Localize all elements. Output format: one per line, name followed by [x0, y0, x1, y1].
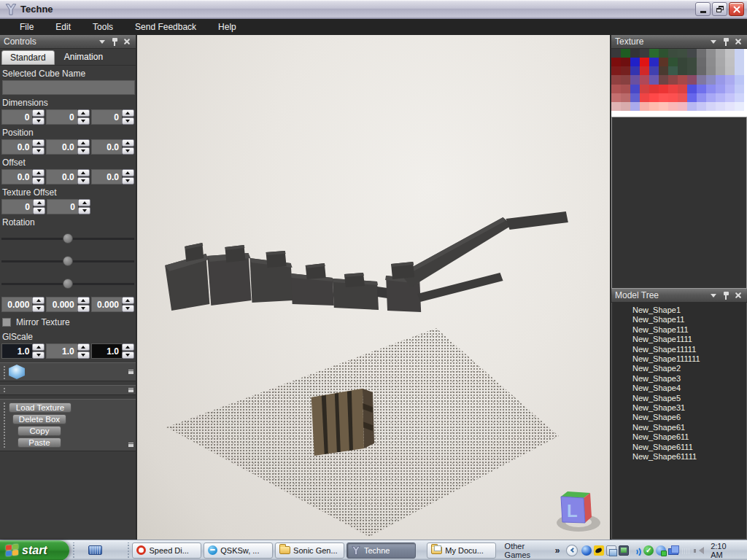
- position-x-spinner[interactable]: 0.0: [1, 139, 44, 155]
- rotation-slider-z[interactable]: [1, 279, 134, 289]
- thunderbird-tray-icon[interactable]: [581, 545, 592, 556]
- spin-down-button[interactable]: [122, 147, 134, 155]
- toolbar-overflow-button[interactable]: [128, 443, 133, 447]
- spinner-value[interactable]: 0.0: [91, 169, 122, 184]
- taskbar-task-techne[interactable]: Techne: [347, 542, 416, 559]
- spinner-value[interactable]: 0.0: [46, 169, 77, 184]
- glscale-z-spinner[interactable]: 1.0: [91, 343, 134, 359]
- panel-close-button[interactable]: [733, 36, 743, 47]
- panel-pin-button[interactable]: [721, 36, 731, 47]
- offset-z-spinner[interactable]: 0.0: [91, 169, 134, 184]
- taskbar-task-qsksw[interactable]: QSKSw, ...: [204, 542, 273, 559]
- menu-edit[interactable]: Edit: [44, 19, 82, 35]
- restore-button[interactable]: [712, 2, 727, 16]
- tree-item[interactable]: New_Shape2: [612, 364, 746, 373]
- spin-up-button[interactable]: [33, 199, 45, 206]
- offset-x-spinner[interactable]: 0.0: [1, 169, 44, 184]
- texture-offset-x-spinner[interactable]: 0: [1, 199, 45, 214]
- spin-up-button[interactable]: [78, 199, 90, 206]
- spinner-value[interactable]: 0.0: [1, 169, 32, 184]
- spinner-value[interactable]: 0.0: [1, 139, 32, 155]
- taskbar-separator-handle[interactable]: [126, 542, 129, 559]
- toolbar-grip-handle[interactable]: [2, 386, 5, 394]
- selected-cube-name-input[interactable]: [2, 80, 135, 95]
- paste-button[interactable]: Paste: [18, 438, 61, 448]
- spin-down-button[interactable]: [77, 177, 90, 184]
- panel-menu-button[interactable]: [97, 36, 107, 47]
- spin-up-button[interactable]: [122, 343, 134, 351]
- spin-up-button[interactable]: [122, 169, 134, 176]
- spin-up-button[interactable]: [32, 343, 44, 351]
- taskbar-task-speed-dial[interactable]: Speed Di...: [132, 542, 201, 559]
- orientation-gizmo[interactable]: L: [553, 489, 604, 532]
- menu-tools[interactable]: Tools: [82, 19, 124, 35]
- load-texture-button[interactable]: Load Texture: [9, 402, 71, 413]
- toolbar-grip-handle[interactable]: [2, 365, 5, 379]
- spin-down-button[interactable]: [77, 351, 90, 359]
- spinner-value[interactable]: 0.0: [46, 139, 77, 155]
- tree-item[interactable]: New_Shape1111: [612, 335, 746, 344]
- messenger-lock-tray-icon[interactable]: [656, 545, 666, 556]
- tree-item[interactable]: New_Shape611: [612, 432, 746, 442]
- close-button[interactable]: [729, 2, 744, 16]
- spin-down-button[interactable]: [77, 305, 90, 312]
- slider-thumb[interactable]: [63, 233, 73, 244]
- panel-menu-button[interactable]: [708, 290, 719, 300]
- dimensions-x-spinner[interactable]: 0: [1, 109, 44, 125]
- tree-item[interactable]: New_Shape111111: [612, 354, 746, 364]
- toolbar-overflow-chevron[interactable]: »: [555, 545, 565, 556]
- spin-up-button[interactable]: [77, 109, 90, 117]
- tree-item[interactable]: New_Shape6111: [612, 443, 746, 452]
- delete-box-button[interactable]: Delete Box: [12, 414, 66, 424]
- tree-item[interactable]: New_Shape5: [612, 394, 746, 403]
- start-button[interactable]: start: [0, 540, 69, 560]
- position-z-spinner[interactable]: 0.0: [91, 139, 134, 155]
- panel-menu-button[interactable]: [708, 36, 719, 47]
- network-tray-icon[interactable]: [668, 548, 678, 555]
- volume-tray-icon[interactable]: [693, 545, 703, 556]
- spinner-value[interactable]: 1.0: [46, 343, 77, 359]
- other-games-toolbar-label[interactable]: Other Games: [498, 542, 555, 559]
- spinner-value[interactable]: 0: [46, 109, 77, 125]
- spin-up-button[interactable]: [32, 109, 44, 117]
- spinner-value[interactable]: 0.000: [91, 297, 122, 312]
- texture-canvas[interactable]: [611, 49, 747, 117]
- spin-down-button[interactable]: [33, 207, 45, 214]
- bird-app-tray-icon[interactable]: [594, 545, 604, 556]
- spin-up-button[interactable]: [32, 297, 44, 304]
- rotation-x-spinner[interactable]: 0.000: [1, 297, 44, 312]
- toolbar-grip-handle[interactable]: [2, 401, 5, 449]
- spin-up-button[interactable]: [77, 297, 90, 304]
- remote-desktop-tray-icon[interactable]: [619, 545, 629, 556]
- tree-item[interactable]: New_Shape11: [612, 315, 746, 324]
- tab-animation[interactable]: Animation: [56, 50, 111, 65]
- tree-item[interactable]: New_Shape111: [612, 325, 746, 335]
- spin-up-button[interactable]: [122, 139, 134, 147]
- spin-up-button[interactable]: [77, 139, 90, 147]
- on-screen-keyboard-icon[interactable]: [88, 545, 102, 555]
- glscale-x-spinner[interactable]: 1.0: [1, 343, 44, 359]
- tree-item[interactable]: New_Shape1: [612, 306, 746, 315]
- slider-thumb[interactable]: [63, 256, 73, 266]
- spin-down-button[interactable]: [32, 305, 44, 312]
- toolbar-overflow-button[interactable]: [128, 370, 133, 374]
- copy-button[interactable]: Copy: [18, 426, 61, 436]
- spin-down-button[interactable]: [32, 147, 44, 155]
- menu-send-feedback[interactable]: Send Feedback: [124, 19, 207, 35]
- antivirus-check-tray-icon[interactable]: [643, 545, 654, 556]
- dimensions-z-spinner[interactable]: 0: [91, 109, 134, 125]
- spin-up-button[interactable]: [77, 169, 90, 176]
- spin-up-button[interactable]: [32, 139, 44, 147]
- spin-down-button[interactable]: [78, 207, 90, 214]
- spin-down-button[interactable]: [122, 305, 134, 312]
- taskbar-task-sonic-gen[interactable]: Sonic Gen...: [275, 542, 344, 559]
- spinner-value[interactable]: 1.0: [1, 343, 32, 359]
- spin-down-button[interactable]: [77, 147, 90, 155]
- spinner-value[interactable]: 0.000: [1, 297, 32, 312]
- slider-thumb[interactable]: [63, 279, 73, 289]
- tree-item[interactable]: New_Shape31: [612, 403, 746, 413]
- spinner-value[interactable]: 0: [1, 109, 32, 125]
- viewport-3d[interactable]: L: [137, 35, 610, 540]
- title-bar[interactable]: Techne: [0, 0, 747, 19]
- spin-up-button[interactable]: [77, 343, 90, 351]
